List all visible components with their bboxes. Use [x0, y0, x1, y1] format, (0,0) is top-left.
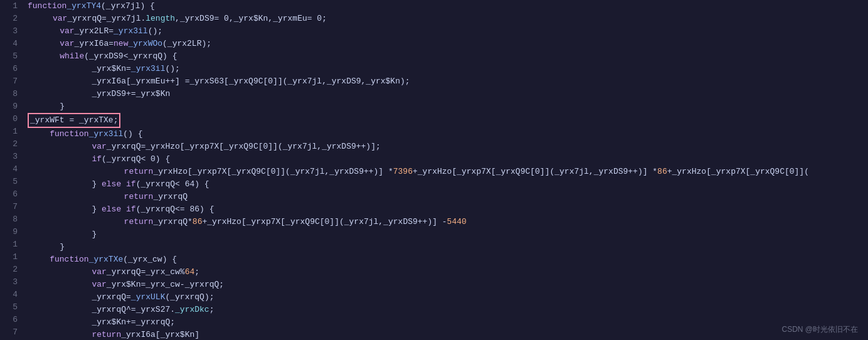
code-line: } — [28, 241, 868, 253]
watermark: CSDN @时光依旧不在 — [781, 324, 858, 335]
code-line: function _yrx3il() { — [28, 128, 868, 141]
code-line: var _yrxrqQ = _yrx7jl.length, _yrxDS9 = … — [28, 13, 868, 25]
code-line: _yrxrqQ ^= _yrxS27._yrxDkc; — [28, 304, 868, 316]
line-numbers: 1 2 3 4 5 6 7 8 9 0 1 2 3 4 5 6 7 8 9 1 … — [0, 0, 23, 340]
code-line: return _yrxI6a[_yrx$Kn] — [28, 329, 868, 340]
code-line: var _yrxI6a = new _yrxWOo(_yrx2LR); — [28, 38, 868, 50]
code-line: function _yrxTY4(_yrx7jl) { — [28, 0, 868, 13]
code-line: while (_yrxDS9 < _yrxrqQ) { — [28, 50, 868, 63]
code-line: if (_yrxrqQ < 0) { — [28, 153, 868, 166]
code-line: return _yrxrqQ * 86 + _yrxHzo[_yrxp7X[_y… — [28, 216, 868, 228]
code-line: var _yrxrqQ = _yrxHzo[_yrxp7X[_yrxQ9C[0]… — [28, 141, 868, 153]
code-line: } — [28, 228, 868, 241]
code-body: function _yrxTY4(_yrx7jl) { var _yrxrqQ … — [23, 0, 868, 340]
code-line: var _yrx2LR = _yrx3il(); — [28, 25, 868, 38]
code-line: return _yrxHzo[_yrxp7X[_yrxQ9C[0]](_yrx7… — [28, 166, 868, 178]
code-line: function _yrxTXe(_yrx_cw) { — [28, 253, 868, 266]
code-line: _yrx$Kn = _yrx3il(); — [28, 63, 868, 75]
code-line: return _yrxrqQ — [28, 191, 868, 203]
code-line: } else if (_yrxrqQ < 64) { — [28, 178, 868, 191]
code-line: var _yrxrqQ = _yrx_cw % 64; — [28, 266, 868, 279]
code-line: _yrxI6a[_yrxmEu++] = _yrxS63[_yrxQ9C[0]]… — [28, 75, 868, 88]
code-line: _yrxDS9 += _yrx$Kn — [28, 88, 868, 100]
code-line: } — [28, 100, 868, 113]
red-box-highlight: _yrxWFt = _yrxTXe; — [28, 113, 120, 128]
code-editor: 1 2 3 4 5 6 7 8 9 0 1 2 3 4 5 6 7 8 9 1 … — [0, 0, 868, 340]
code-line: } else if (_yrxrqQ <= 86) { — [28, 203, 868, 216]
code-line: _yrx$Kn += _yrxrqQ; — [28, 316, 868, 329]
highlighted-line: _yrxWFt = _yrxTXe; — [28, 113, 868, 128]
code-line: _yrxrqQ = _yrxULK(_yrxrqQ); — [28, 291, 868, 304]
code-line: var _yrx$Kn = _yrx_cw - _yrxrqQ; — [28, 279, 868, 291]
